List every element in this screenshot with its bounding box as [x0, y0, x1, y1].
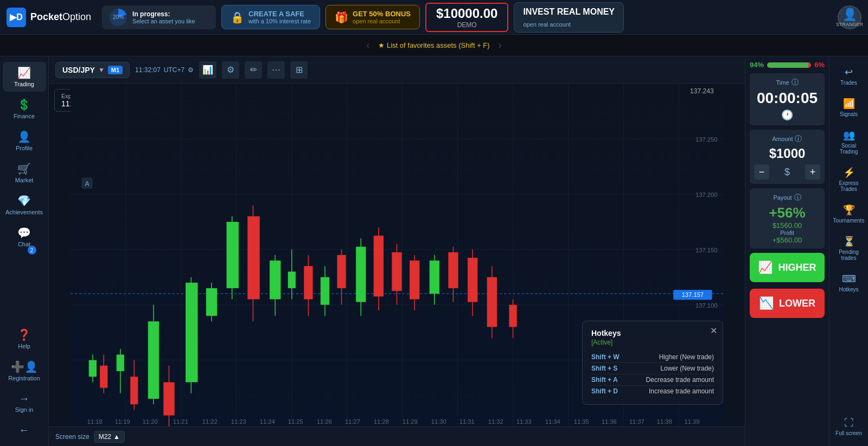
frs-express-trades[interactable]: ⚡ Express Trades — [832, 162, 866, 196]
sidebar-item-registration[interactable]: ➕👤 Registration — [3, 356, 46, 386]
chart-bar-icon[interactable]: 📊 — [199, 61, 216, 79]
svg-text:137.150: 137.150 — [695, 247, 717, 253]
signals-icon: 📶 — [843, 98, 855, 110]
chat-icon: 💬 — [17, 226, 31, 239]
amount-controls: − $ + — [754, 164, 820, 180]
svg-rect-65 — [509, 305, 516, 327]
svg-text:137.200: 137.200 — [695, 192, 717, 198]
time-box: Time ⓘ 00:00:05 🕐 — [750, 73, 825, 125]
frs-pending-trades[interactable]: ⏳ Pending trades — [832, 231, 866, 265]
svg-text:11:24: 11:24 — [260, 418, 275, 425]
asset-selector[interactable]: USD/JPY ▼ M1 — [55, 62, 130, 78]
sidebar-item-chat[interactable]: 💬 Chat 2 — [3, 222, 46, 262]
payout-bar: 94% 6% — [750, 61, 825, 69]
svg-rect-21 — [100, 366, 107, 388]
social-trading-icon: 👥 — [843, 129, 855, 141]
create-safe-button[interactable]: 🔒 CREATE A SAFE with a 10% interest rate — [221, 5, 320, 29]
market-icon: 🛒 — [17, 162, 31, 175]
frs-fullscreen[interactable]: ⛶ Full screen — [832, 413, 866, 441]
amount-decrease-button[interactable]: − — [754, 164, 769, 180]
hotkeys-active-label: [Active] — [591, 339, 714, 346]
svg-text:A: A — [85, 180, 90, 188]
profit-amount: +$560.00 — [754, 236, 820, 244]
svg-text:11:36: 11:36 — [602, 418, 617, 425]
hotkeys-close-button[interactable]: ✕ — [710, 326, 717, 336]
frs-tournaments[interactable]: 🏆 Tournaments — [832, 200, 866, 228]
nav-right-arrow[interactable]: › — [493, 40, 507, 51]
svg-text:137.243: 137.243 — [690, 87, 714, 95]
chart-draw-icon[interactable]: ✏ — [245, 61, 262, 79]
chart-more-icon[interactable]: ⋯ — [267, 61, 285, 79]
hotkeys-popup: ✕ Hotkeys [Active] Shift + W Higher (New… — [582, 321, 723, 405]
sidebar-item-profile[interactable]: 👤 Profile — [3, 126, 46, 156]
amount-label: Amount ⓘ — [754, 134, 820, 144]
chart-toolbar: USD/JPY ▼ M1 11:32:07 UTC+7 ⚙ 📊 ⚙ ✏ ⋯ ⊞ — [49, 56, 745, 84]
svg-rect-29 — [163, 382, 174, 415]
svg-rect-23 — [117, 354, 124, 371]
screen-size-dropdown[interactable]: M22 ▲ — [94, 431, 125, 443]
logo-icon: ▶D — [7, 8, 26, 27]
higher-chart-icon: 📈 — [758, 260, 773, 275]
sidebar-item-back[interactable]: ← — [3, 419, 46, 441]
topbar: ▶D PocketOption 20% In progress: Select … — [0, 0, 868, 35]
svg-text:11:32: 11:32 — [488, 418, 503, 425]
svg-rect-59 — [448, 252, 458, 288]
clock-icon: 🕐 — [754, 109, 820, 121]
svg-rect-47 — [337, 255, 346, 288]
svg-text:11:38: 11:38 — [657, 418, 672, 425]
avatar[interactable]: 👤 STRANGER — [838, 5, 861, 29]
frs-trades[interactable]: ↩ Trades — [832, 62, 866, 90]
amount-increase-button[interactable]: + — [805, 164, 820, 180]
sidebar-item-market[interactable]: 🛒 Market — [3, 158, 46, 188]
favorites-bar: ‹ ★ List of favorites assets (Shift + F)… — [0, 35, 868, 56]
svg-text:11:31: 11:31 — [459, 418, 475, 425]
frs-bottom: ⛶ Full screen — [832, 413, 866, 441]
svg-rect-45 — [321, 277, 329, 305]
svg-text:11:18: 11:18 — [87, 418, 103, 425]
lower-button[interactable]: 📉 LOWER — [750, 289, 825, 318]
svg-rect-41 — [288, 272, 296, 289]
chart-area: USD/JPY ▼ M1 11:32:07 UTC+7 ⚙ 📊 ⚙ ✏ ⋯ ⊞ … — [49, 56, 745, 446]
svg-text:11:37: 11:37 — [629, 418, 644, 425]
chart-layout-icon[interactable]: ⊞ — [290, 61, 308, 79]
svg-text:11:21: 11:21 — [173, 418, 188, 425]
back-icon: ← — [19, 424, 30, 436]
payout-box: Payout ⓘ +56% $1560.00 Profit +$560.00 — [750, 188, 825, 249]
svg-text:11:30: 11:30 — [431, 418, 446, 425]
sidebar-item-help[interactable]: ❓ Help — [3, 324, 46, 354]
hotkey-row-2: Shift + S Lower (New trade) — [591, 363, 714, 374]
registration-icon: ➕👤 — [11, 360, 38, 373]
invest-real-money-button[interactable]: INVEST REAL MONEY open real account — [514, 2, 624, 33]
chart-time-info: 11:32:07 UTC+7 ⚙ — [135, 66, 194, 74]
signin-icon: → — [19, 392, 30, 405]
sidebar-item-signin[interactable]: → Sign in — [3, 388, 46, 417]
svg-text:11:27: 11:27 — [345, 418, 360, 425]
tournaments-icon: 🏆 — [843, 204, 855, 216]
higher-button[interactable]: 📈 HIGHER — [750, 253, 825, 282]
sidebar-item-trading[interactable]: 📈 Trading — [3, 62, 46, 92]
svg-text:11:35: 11:35 — [574, 418, 589, 425]
demo-balance-button[interactable]: $10000.00 DEMO — [425, 3, 508, 32]
hotkey-row-3: Shift + A Decrease trade amount — [591, 374, 714, 386]
help-icon: ❓ — [17, 328, 31, 341]
svg-text:11:25: 11:25 — [288, 418, 303, 425]
svg-text:11:39: 11:39 — [685, 418, 700, 425]
frs-signals[interactable]: 📶 Signals — [832, 93, 866, 122]
get-bonus-button[interactable]: 🎁 GET 50% BONUS open real account — [326, 5, 420, 29]
payout-amount: $1560.00 — [754, 221, 820, 230]
svg-rect-49 — [356, 247, 366, 302]
fullscreen-icon: ⛶ — [844, 417, 854, 429]
sidebar-item-finance[interactable]: 💲 Finance — [3, 94, 46, 124]
svg-text:11:22: 11:22 — [202, 418, 218, 425]
frs-social-trading[interactable]: 👥 Social Trading — [832, 125, 866, 159]
lower-chart-icon: 📉 — [759, 296, 774, 310]
time-value: 00:00:05 — [754, 90, 820, 107]
sidebar-item-achievements[interactable]: 💎 Achievements — [3, 190, 46, 220]
progress-text: In progress: Select an asset you like — [132, 10, 195, 24]
chart-settings-icon[interactable]: ⚙ — [222, 61, 239, 79]
left-sidebar: 📈 Trading 💲 Finance 👤 Profile 🛒 Market 💎… — [0, 56, 49, 446]
time-label: Time ⓘ — [754, 78, 820, 87]
nav-left-arrow[interactable]: ‹ — [361, 40, 375, 51]
svg-rect-63 — [487, 277, 497, 327]
frs-hotkeys[interactable]: ⌨ Hotkeys — [832, 269, 866, 297]
